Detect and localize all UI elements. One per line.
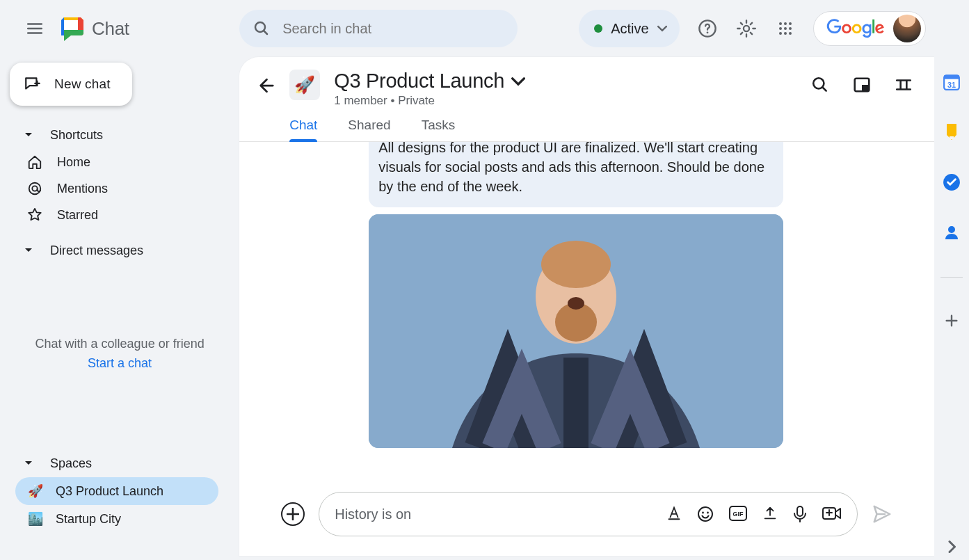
svg-rect-34: [950, 136, 954, 139]
mentions-icon: [26, 181, 43, 196]
video-icon[interactable]: [822, 506, 842, 522]
city-icon: 🏙️: [28, 511, 43, 527]
dm-header[interactable]: Direct messages: [24, 237, 239, 264]
dm-empty-hint: Chat with a colleague or friend Start a …: [0, 334, 239, 373]
svg-point-36: [948, 226, 955, 233]
google-logo-icon: [825, 19, 886, 38]
svg-point-4: [706, 31, 708, 33]
svg-rect-29: [797, 506, 803, 516]
side-panel: 31: [934, 0, 969, 560]
panel-icon[interactable]: [851, 74, 873, 96]
svg-point-8: [789, 22, 792, 25]
chat-header: 🚀 Q3 Product Launch 1 member • Private: [239, 57, 934, 108]
svg-point-26: [707, 512, 709, 514]
mic-icon[interactable]: [793, 506, 807, 522]
send-button[interactable]: [872, 504, 892, 525]
svg-point-6: [779, 22, 782, 25]
tab-shared[interactable]: Shared: [348, 118, 390, 141]
add-button[interactable]: [281, 502, 305, 526]
help-icon[interactable]: [696, 17, 719, 40]
start-chat-link[interactable]: Start a chat: [88, 356, 152, 370]
gif-icon[interactable]: GIF: [729, 506, 747, 522]
star-icon: [26, 207, 43, 223]
svg-point-7: [784, 22, 787, 25]
dm-hint-text: Chat with a colleague or friend: [21, 334, 218, 353]
nav-home[interactable]: Home: [24, 149, 239, 175]
space-label: Q3 Product Launch: [56, 484, 163, 499]
home-icon: [26, 154, 43, 170]
tabs: Chat Shared Tasks: [239, 108, 934, 142]
rocket-icon: 🚀: [28, 483, 43, 499]
svg-point-14: [789, 32, 792, 35]
tasks-icon[interactable]: [942, 173, 961, 192]
spaces-label: Spaces: [50, 456, 92, 471]
space-label: Startup City: [56, 512, 121, 527]
format-icon[interactable]: [666, 506, 682, 522]
google-account-pill[interactable]: [813, 11, 926, 46]
message-area: All designs for the product UI are final…: [239, 142, 934, 481]
nav-home-label: Home: [57, 155, 90, 170]
nav-starred[interactable]: Starred: [24, 202, 239, 228]
svg-point-1: [32, 186, 37, 191]
message-text: All designs for the product UI are final…: [369, 142, 783, 207]
svg-text:GIF: GIF: [732, 511, 744, 518]
nav-mentions[interactable]: Mentions: [24, 175, 239, 202]
new-chat-label: New chat: [54, 77, 111, 92]
svg-point-13: [784, 32, 787, 35]
chat-logo[interactable]: Chat: [58, 15, 129, 42]
message-input[interactable]: History is on GIF: [319, 492, 857, 536]
contacts-icon[interactable]: [942, 223, 961, 242]
room-title[interactable]: Q3 Product Launch: [334, 70, 504, 93]
svg-point-5: [744, 26, 749, 31]
top-actions: [696, 11, 926, 46]
svg-rect-17: [862, 85, 869, 91]
tab-tasks[interactable]: Tasks: [422, 118, 456, 141]
svg-point-22: [568, 297, 584, 310]
get-addons-icon[interactable]: [942, 311, 961, 330]
settings-icon[interactable]: [735, 17, 758, 40]
room-subtitle: 1 member • Private: [334, 94, 525, 108]
room-icon: 🚀: [289, 70, 320, 100]
back-button[interactable]: [255, 75, 275, 96]
spaces-header[interactable]: Spaces: [24, 449, 239, 477]
message-image[interactable]: [369, 214, 783, 448]
calendar-icon[interactable]: 31: [942, 72, 961, 92]
svg-point-10: [784, 27, 787, 30]
search-icon: [253, 20, 270, 37]
svg-point-12: [779, 32, 782, 35]
search-box[interactable]: [239, 10, 518, 47]
tab-chat[interactable]: Chat: [289, 118, 317, 141]
apps-icon[interactable]: [774, 17, 796, 40]
keep-icon[interactable]: [942, 122, 961, 142]
shortcuts-header[interactable]: Shortcuts: [24, 121, 239, 149]
user-avatar[interactable]: [893, 15, 921, 42]
shortcuts-label: Shortcuts: [50, 128, 103, 143]
svg-rect-32: [944, 75, 959, 79]
topbar: Active: [239, 0, 934, 57]
chevron-down-icon: [24, 248, 33, 253]
search-in-chat-icon[interactable]: [809, 74, 831, 96]
search-input[interactable]: [282, 21, 504, 37]
chevron-down-icon: [24, 132, 33, 138]
emoji-icon[interactable]: [697, 506, 714, 522]
composer-placeholder: History is on: [335, 506, 653, 522]
svg-text:31: 31: [947, 81, 956, 89]
space-item-startup-city[interactable]: 🏙️ Startup City: [15, 505, 218, 533]
new-chat-button[interactable]: New chat: [10, 63, 132, 106]
rail-divider: [940, 277, 963, 278]
upload-icon[interactable]: [762, 506, 778, 522]
status-selector[interactable]: Active: [579, 10, 679, 47]
sidebar-top: Chat: [0, 7, 239, 50]
nav-mentions-label: Mentions: [57, 182, 108, 196]
svg-point-25: [702, 512, 704, 514]
space-item-q3-product-launch[interactable]: 🚀 Q3 Product Launch: [15, 477, 218, 505]
svg-point-20: [541, 241, 611, 288]
main-menu-icon[interactable]: [24, 17, 46, 40]
chevron-down-icon[interactable]: [511, 77, 525, 86]
nav-starred-label: Starred: [57, 208, 98, 223]
svg-point-11: [789, 27, 792, 30]
pin-icon[interactable]: [892, 74, 915, 96]
svg-point-0: [29, 183, 41, 195]
hide-side-panel-icon[interactable]: [945, 541, 958, 553]
chat-panel: 🚀 Q3 Product Launch 1 member • Private: [239, 57, 934, 556]
